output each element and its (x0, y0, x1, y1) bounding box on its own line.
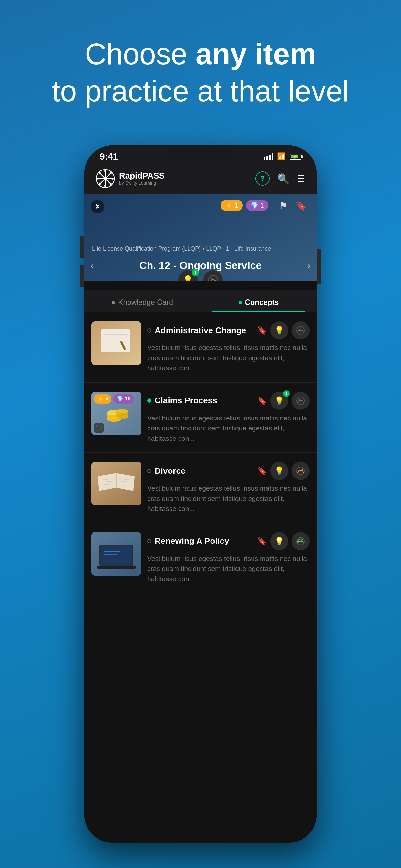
concept-item-1[interactable]: Administrative Change 🔖 💡 (84, 312, 317, 383)
gauge-btn-4[interactable] (291, 532, 310, 550)
concept-thumbnail-1 (91, 321, 142, 365)
search-icon[interactable]: 🔍 (277, 173, 289, 184)
app-header: RapidPASS by Swifty Learning ? 🔍 ☰ (84, 163, 317, 194)
concepts-list: Administrative Change 🔖 💡 (84, 312, 317, 593)
logo-area[interactable]: RapidPASS by Swifty Learning (96, 169, 165, 188)
signal-icon (264, 153, 273, 160)
tab-bar: Knowledge Card Concepts (84, 290, 317, 312)
concept-content-2: Claims Process 🔖 💡 1 (147, 392, 310, 444)
phone-shell: 9:41 📶 ⚡ (84, 145, 317, 843)
svg-point-9 (99, 172, 101, 174)
banner-close-button[interactable]: ✕ (91, 200, 104, 213)
chapter-icons-row: 💡 1 (178, 270, 223, 281)
gauge-chapter-button[interactable] (204, 270, 223, 281)
tab-concepts[interactable]: Concepts (201, 290, 317, 312)
chapter-title: Ch. 12 - Ongoing Service (100, 259, 301, 272)
concept-content-1: Administrative Change 🔖 💡 (147, 321, 310, 373)
lightbulb-icon-1: 💡 (274, 326, 284, 335)
concept-dot-3 (147, 469, 151, 473)
concept-item-4[interactable]: Renewing A Policy 🔖 💡 (84, 523, 317, 593)
status-icons: 📶 ⚡ (264, 152, 301, 161)
concept-dot-4 (147, 539, 151, 543)
logo-sub: by Swifty Learning (119, 181, 165, 186)
volume-down-button (80, 265, 84, 287)
signal-bar-2 (266, 156, 268, 160)
svg-point-12 (99, 183, 101, 185)
bookmark-icon-3[interactable]: 🔖 (257, 466, 267, 475)
gauge-orange-icon-3 (296, 466, 305, 476)
concepts-tab-label: Concepts (245, 298, 279, 307)
concept-thumbnail-4 (91, 532, 142, 576)
thumb-bottom-icon-2: ⬛ (94, 423, 104, 433)
chapter-prev-button[interactable]: ‹ (84, 260, 100, 271)
concept-title-row-2: Claims Process 🔖 💡 1 (147, 392, 310, 410)
svg-point-8 (112, 178, 114, 180)
concept-desc-4: Vestibulum risus egestas tellus, risus m… (147, 554, 310, 584)
gauge-btn-3[interactable] (291, 462, 310, 480)
gauge-btn-2[interactable] (291, 392, 310, 410)
concept-item-3[interactable]: Divorce 🔖 💡 (84, 453, 317, 523)
banner-bookmark-icon[interactable]: 🔖 (295, 200, 307, 211)
lightbulb-btn-2[interactable]: 💡 1 (270, 392, 288, 410)
svg-point-29 (116, 409, 128, 413)
breadcrumb: Life License Qualification Program (LLQP… (92, 245, 309, 252)
lightning-badge: ⚡ 1 (220, 200, 243, 211)
banner-flag-icon[interactable]: ⚑ (279, 200, 288, 211)
gauge-btn-1[interactable] (291, 321, 310, 339)
thumb-scene-3 (91, 462, 142, 505)
gem-icon: 💎 (251, 202, 258, 209)
wifi-icon: 📶 (277, 152, 286, 161)
chapter-notification-dot: 1 (192, 269, 199, 276)
lightbulb-icon-4: 💡 (274, 537, 284, 546)
concept-desc-3: Vestibulum risus egestas tellus, risus m… (147, 483, 310, 514)
thumb-lightning-badge-2: ⚡ 5 (94, 394, 112, 404)
lightbulb-chapter-button[interactable]: 💡 1 (178, 270, 197, 281)
tab-knowledge-card[interactable]: Knowledge Card (84, 290, 201, 312)
concept-content-3: Divorce 🔖 💡 (147, 462, 310, 514)
phone-notch (168, 145, 233, 161)
power-button (317, 249, 321, 284)
concept-content-4: Renewing A Policy 🔖 💡 (147, 532, 310, 584)
hero-line1-bold: any item (196, 37, 316, 70)
bookmark-icon-2[interactable]: 🔖 (257, 396, 267, 405)
concept-desc-2: Vestibulum risus egestas tellus, risus m… (147, 413, 310, 444)
hero-line2: to practice at that level (52, 74, 349, 107)
settings-icon[interactable]: ☰ (297, 174, 305, 184)
concept-thumbnail-3 (91, 462, 142, 505)
battery-icon: ⚡ (289, 154, 301, 159)
bookmark-icon-1[interactable]: 🔖 (257, 326, 267, 335)
lightbulb-icon-3: 💡 (274, 466, 284, 475)
hero-headline: Choose any item to practice at that leve… (26, 35, 375, 110)
concept-dot-2 (147, 399, 151, 403)
concepts-tab-dot (239, 301, 242, 304)
banner-badges: ⚡ 1 💎 1 (220, 200, 268, 211)
hero-section: Choose any item to practice at that leve… (0, 0, 401, 126)
gauge-icon-2 (296, 396, 305, 406)
concept-desc-1: Vestibulum risus egestas tellus, risus m… (147, 343, 310, 373)
help-icon[interactable]: ? (255, 172, 270, 186)
lightbulb-notification-2: 1 (283, 391, 289, 397)
gauge-icon-1 (296, 326, 305, 335)
concept-title-row-4: Renewing A Policy 🔖 💡 (147, 532, 310, 550)
lightbulb-btn-3[interactable]: 💡 (270, 462, 288, 480)
lightbulb-btn-1[interactable]: 💡 (270, 321, 288, 339)
chapter-next-button[interactable]: › (301, 260, 317, 271)
thumb-scene-1 (91, 321, 142, 365)
thumb-gem-badge-2: 💎 10 (113, 394, 134, 404)
thumb-gem-icon-2: 💎 (117, 396, 123, 402)
status-time: 9:41 (100, 151, 118, 162)
rapidpass-logo-icon (96, 169, 115, 188)
bookmark-icon-4[interactable]: 🔖 (257, 537, 267, 546)
lightbulb-icon-2: 💡 (274, 396, 284, 405)
volume-up-button (80, 236, 84, 258)
svg-point-6 (104, 185, 106, 187)
lightbulb-btn-4[interactable]: 💡 (270, 532, 288, 550)
signal-bar-3 (269, 155, 271, 160)
knowledge-card-tab-label: Knowledge Card (118, 298, 173, 307)
svg-rect-43 (101, 547, 132, 565)
gauge-icon (208, 275, 219, 281)
phone-screen: 9:41 📶 ⚡ (84, 145, 317, 843)
concept-item-2[interactable]: ⚡ 5 💎 10 ⬛ Claims Process 🔖 (84, 383, 317, 453)
lightning-icon: ⚡ (225, 202, 233, 209)
signal-bar-1 (264, 157, 266, 160)
